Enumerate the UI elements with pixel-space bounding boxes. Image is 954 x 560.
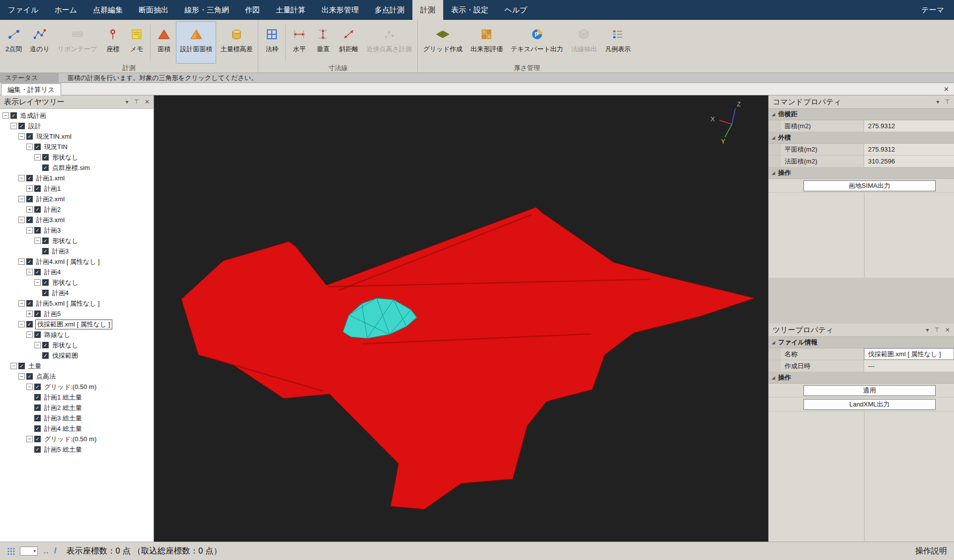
checkbox-checked-icon[interactable]: ✓ [42, 352, 49, 359]
tree-item-label[interactable]: 計画3 [43, 226, 62, 235]
tree-item-label[interactable]: 伐採範囲 [51, 351, 79, 360]
tree-item[interactable]: ✓計画5 総土量 [0, 444, 154, 455]
document-tab[interactable]: 編集・計算リス [1, 83, 61, 95]
menu-tab-7[interactable]: 出来形管理 [314, 0, 367, 20]
checkbox-checked-icon[interactable]: ✓ [26, 258, 33, 265]
checkbox-checked-icon[interactable]: ✓ [26, 133, 33, 140]
expand-icon[interactable]: + [26, 206, 33, 213]
close-icon[interactable]: ✕ [944, 85, 949, 93]
tree-item[interactable]: −✓設計 [0, 121, 154, 131]
collapse-icon[interactable]: − [26, 384, 33, 390]
tree-item[interactable]: −✓点高法 [0, 371, 154, 382]
ribbon-button-coordinate[interactable]: 座標 [101, 21, 125, 64]
tree-item[interactable]: −✓計画3 [0, 225, 154, 236]
checkbox-checked-icon[interactable]: ✓ [18, 363, 25, 369]
tree-item-label[interactable]: 形状なし [51, 153, 80, 162]
checkbox-checked-icon[interactable]: ✓ [34, 269, 41, 275]
tree-item-label[interactable]: 計画2.xml [35, 195, 66, 204]
ribbon-button-legend[interactable]: 凡例表示 [601, 21, 635, 64]
collapse-icon[interactable]: − [18, 175, 25, 181]
checkbox-checked-icon[interactable]: ✓ [18, 123, 25, 129]
tree-item[interactable]: ✓計画2 総土量 [0, 402, 154, 413]
collapse-icon[interactable]: − [18, 133, 25, 140]
tree-item[interactable]: −✓形状なし [0, 152, 154, 162]
collapse-icon[interactable]: − [10, 363, 17, 369]
tree-item-label[interactable]: 計画4.xml [ 属性なし ] [35, 257, 101, 266]
menu-tab-8[interactable]: 多点計測 [367, 0, 412, 20]
collapse-icon[interactable]: − [26, 331, 33, 338]
tree-item-label[interactable]: 設計 [27, 122, 42, 131]
tree-item[interactable]: ✓計画4 総土量 [0, 423, 154, 434]
ribbon-button-route[interactable]: 道のり [26, 21, 54, 64]
tree-item[interactable]: −✓土量 [0, 361, 154, 371]
ribbon-button-texpart[interactable]: Pテキスパート出力 [507, 21, 567, 64]
ribbon-button-grid-create[interactable]: グリッド作成 [419, 21, 467, 64]
collapse-icon[interactable]: − [18, 196, 25, 202]
collapse-icon[interactable]: − [18, 300, 25, 307]
tree-item[interactable]: +✓計画2 [0, 204, 154, 215]
section-header[interactable]: ◢倍横距 [769, 109, 954, 120]
pin-icon[interactable]: ⊤ [134, 98, 139, 105]
checkbox-checked-icon[interactable]: ✓ [34, 206, 41, 213]
checkbox-checked-icon[interactable]: ✓ [26, 175, 33, 181]
display-mode-dropdown[interactable]: ▾ [20, 547, 38, 556]
ribbon-button-memo[interactable]: メモ [125, 21, 149, 64]
checkbox-checked-icon[interactable]: ✓ [34, 404, 41, 411]
checkbox-checked-icon[interactable]: ✓ [34, 415, 41, 421]
close-icon[interactable]: ✕ [945, 326, 950, 333]
ribbon-button-shape-eval[interactable]: 出来形評価 [467, 21, 507, 64]
tree-item[interactable]: −✓形状なし [0, 236, 154, 246]
ribbon-button-two-points[interactable]: 2点間 [1, 21, 26, 64]
tree-item-label[interactable]: 形状なし [51, 341, 80, 350]
section-header[interactable]: ◢操作 [769, 167, 954, 179]
menu-tab-1[interactable]: ホーム [46, 0, 85, 20]
tree-item-label[interactable]: 点群座標.sim [51, 163, 91, 172]
collapse-icon[interactable]: − [34, 279, 41, 286]
tree-item[interactable]: ✓計画3 [0, 246, 154, 256]
measure-line-icon[interactable]: / [54, 547, 56, 556]
ribbon-button-design-area[interactable]: 設計面面積 [176, 21, 216, 64]
chevron-down-icon[interactable]: ▾ [937, 98, 940, 105]
menu-tab-9[interactable]: 計測 [412, 0, 443, 20]
collapse-icon[interactable]: − [34, 238, 41, 244]
tree-item[interactable]: −✓計画5.xml [ 属性なし ] [0, 298, 154, 309]
checkbox-checked-icon[interactable]: ✓ [42, 154, 49, 160]
point-grid-icon[interactable] [7, 547, 15, 556]
close-icon[interactable]: ✕ [145, 98, 150, 105]
checkbox-checked-icon[interactable]: ✓ [26, 217, 33, 223]
checkbox-checked-icon[interactable]: ✓ [34, 425, 41, 432]
tree-item-label[interactable]: グリッド:(0.50 m) [43, 435, 97, 444]
expand-icon[interactable]: + [26, 185, 33, 192]
tree-item-label[interactable]: 計画5 [43, 310, 62, 319]
checkbox-checked-icon[interactable]: ✓ [34, 394, 41, 400]
collapse-icon[interactable]: − [34, 154, 41, 160]
tree-item-label[interactable]: 造成計画 [19, 111, 47, 120]
tree-item[interactable]: −✓グリッド:(0.50 m) [0, 382, 154, 392]
ribbon-button-area[interactable]: 面積 [152, 21, 176, 64]
tree-item-label[interactable]: グリッド:(0.50 m) [43, 383, 97, 392]
collapse-icon[interactable]: − [18, 217, 25, 223]
checkbox-checked-icon[interactable]: ✓ [42, 290, 49, 296]
checkbox-checked-icon[interactable]: ✓ [42, 342, 49, 348]
chevron-down-icon[interactable]: ▾ [125, 98, 128, 105]
collapse-icon[interactable]: − [26, 144, 33, 150]
menu-tab-2[interactable]: 点群編集 [85, 0, 131, 20]
tree-item-label[interactable]: 計画4 [43, 268, 62, 277]
section-header[interactable]: ◢ファイル情報 [769, 337, 954, 348]
checkbox-checked-icon[interactable]: ✓ [34, 446, 41, 453]
menu-tab-6[interactable]: 土量計算 [268, 0, 314, 20]
tree-item[interactable]: −✓計画3.xml [0, 215, 154, 225]
checkbox-checked-icon[interactable]: ✓ [34, 185, 41, 192]
viewport-canvas[interactable]: XZY [154, 95, 768, 542]
tree-item[interactable]: −✓現況TIN.xml [0, 131, 154, 142]
tree-item[interactable]: −✓形状なし [0, 340, 154, 350]
checkbox-checked-icon[interactable]: ✓ [42, 164, 49, 171]
tree-item-label[interactable]: 計画2 [43, 205, 62, 214]
tree-item[interactable]: −✓計画1.xml [0, 173, 154, 183]
collapse-icon[interactable]: − [18, 373, 25, 380]
collapse-icon[interactable]: − [18, 258, 25, 265]
checkbox-checked-icon[interactable]: ✓ [34, 331, 41, 338]
pin-icon[interactable]: ⊤ [945, 98, 950, 105]
tree-item[interactable]: −✓造成計画 [0, 110, 154, 121]
tree-item-label[interactable]: 伐採範囲.xml [ 属性なし ] [35, 320, 112, 329]
